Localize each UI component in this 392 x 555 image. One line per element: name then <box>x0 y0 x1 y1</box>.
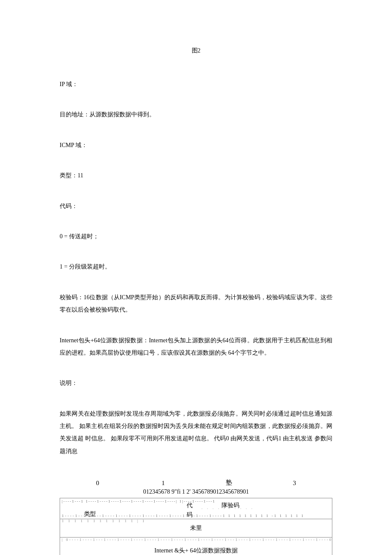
packet-box: |----1---1 1----1----1----1----1----1---… <box>60 498 332 555</box>
field-unused: 未里 <box>190 524 202 532</box>
code-0-line: 0 = 传送超时； <box>60 230 332 243</box>
icmp-domain-heading: ICMP 域： <box>60 139 332 151</box>
diagram-col-1: 1 <box>130 480 196 488</box>
code-1-line: 1 = 分段级装超时。 <box>60 260 332 273</box>
packet-row-1: |----1---1 1----1----1----1----1----1---… <box>60 498 332 519</box>
figure-label: 图2 <box>60 47 332 55</box>
packet-row-2: 1 1 1 1 1 1 1 1 1 1 1 1 | 1 未里 <box>60 519 332 538</box>
field-internet-header: Internet &头+ 64位源数据报数据 <box>154 547 237 555</box>
ip-domain-heading: IP 域： <box>60 78 332 90</box>
packet-diagram: 0 1 塾 3 012345678 9"fi 1 2' 345678901234… <box>60 475 332 555</box>
diagram-header-row: 0 1 塾 3 <box>60 480 332 489</box>
ticks-r3-top: | 0----1----1---1----1----1----1----1---… <box>60 538 332 542</box>
description-body: 如果网关在处理数据报时发现生存周期域为零，此数据报必须抛弃。网关同时必须通过超时… <box>60 408 332 458</box>
document-page: 图2 IP 域： 目的地址：从源数据报数据中得到。 ICMP 域： 类型：11 … <box>0 0 392 555</box>
packet-row-3: | 0----1----1---1----1----1----1----1---… <box>60 538 332 555</box>
diagram-col-0: 0 <box>65 480 130 488</box>
diagram-col-2: 塾 <box>196 479 262 487</box>
type-line: 类型：11 <box>60 169 332 182</box>
dest-address-para: 目的地址：从源数据报数据中得到。 <box>60 108 332 121</box>
checksum-dots: . . . . . . . . . . <box>202 505 254 510</box>
ticks-r2-top: 1 1 1 1 1 1 1 1 1 1 1 1 | 1 <box>60 519 332 523</box>
description-label: 说明： <box>60 377 332 389</box>
diagram-col-3: 3 <box>262 480 327 488</box>
ticks-mid: 1----1----1----1----1----1----1----1----… <box>60 514 332 518</box>
checksum-para: 校验码：16位数据（从ICMP类型开始）的反码和再取反而得。为计算校验码，校验码… <box>60 291 332 316</box>
code-label: 代码： <box>60 200 332 212</box>
diagram-bit-ruler: 012345678 9"fi 1 2' 3456789012345678901 <box>60 489 332 495</box>
header64-para: Internet包头+64位源数据报数据：Internet包头加上源数据的头64… <box>60 334 332 359</box>
